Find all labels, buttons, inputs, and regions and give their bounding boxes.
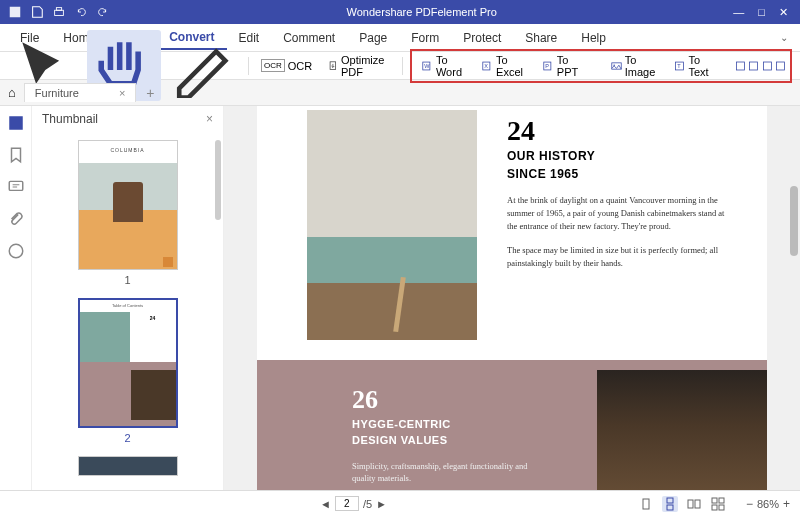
next-page-icon[interactable]: ► xyxy=(376,498,387,510)
svg-rect-19 xyxy=(9,181,23,190)
maximize-button[interactable]: □ xyxy=(758,6,765,19)
optimize-button[interactable]: Optimize PDF xyxy=(323,51,393,81)
to-rtf-icon[interactable] xyxy=(762,59,773,73)
svg-text:W: W xyxy=(424,63,430,69)
svg-rect-0 xyxy=(10,7,21,18)
thumbnail-3[interactable] xyxy=(52,456,203,476)
search-panel-icon[interactable] xyxy=(7,242,25,260)
section1-para1: At the brink of daylight on a quaint Van… xyxy=(507,194,727,232)
thumb1-number: 1 xyxy=(52,274,203,286)
zoom-out-button[interactable]: − xyxy=(746,497,753,511)
minimize-button[interactable]: — xyxy=(733,6,744,19)
thumbnail-panel-icon[interactable] xyxy=(7,114,25,132)
svg-rect-27 xyxy=(719,498,724,503)
zoom-in-button[interactable]: + xyxy=(783,497,790,511)
thumbnail-panel: Thumbnail × COLUMBIA 1 Table of Contents… xyxy=(32,106,224,490)
convert-group: W To Word X To Excel P To PPT To Image T… xyxy=(410,49,792,83)
collapse-ribbon-icon[interactable]: ⌄ xyxy=(780,32,792,43)
to-ppt-button[interactable]: P To PPT xyxy=(537,52,591,80)
svg-rect-29 xyxy=(719,505,724,510)
zoom-level: 86% xyxy=(757,498,779,510)
to-excel-label: To Excel xyxy=(496,54,529,78)
to-epub-icon[interactable] xyxy=(735,59,746,73)
optimize-label: Optimize PDF xyxy=(341,54,389,78)
document-tab-label: Furniture xyxy=(35,87,79,99)
bookmark-panel-icon[interactable] xyxy=(7,146,25,164)
menu-page[interactable]: Page xyxy=(347,27,399,49)
thumbnail-list: COLUMBIA 1 Table of Contents 24 2 xyxy=(32,132,223,490)
undo-icon[interactable] xyxy=(74,5,88,19)
to-html-icon[interactable] xyxy=(748,59,759,73)
thumb2-toc: Table of Contents xyxy=(80,300,176,312)
to-text-button[interactable]: T To Text xyxy=(668,52,721,80)
to-image-button[interactable]: To Image xyxy=(605,52,667,80)
two-page-view-icon[interactable] xyxy=(686,496,702,512)
svg-rect-14 xyxy=(737,62,745,70)
prev-page-icon[interactable]: ◄ xyxy=(320,498,331,510)
toolbar: OCR OCR Optimize PDF W To Word X To Exce… xyxy=(0,52,800,80)
svg-rect-28 xyxy=(712,505,717,510)
svg-rect-24 xyxy=(688,500,693,508)
to-ppt-label: To PPT xyxy=(557,54,585,78)
svg-rect-17 xyxy=(776,62,784,70)
tabbar: ⌂ Furniture × + xyxy=(0,80,800,106)
menu-form[interactable]: Form xyxy=(399,27,451,49)
document-scrollbar[interactable] xyxy=(790,186,798,256)
tab-close-icon[interactable]: × xyxy=(119,87,125,99)
save-icon[interactable] xyxy=(30,5,44,19)
to-pdfa-icon[interactable] xyxy=(775,59,786,73)
redo-icon[interactable] xyxy=(96,5,110,19)
to-excel-button[interactable]: X To Excel xyxy=(476,52,535,80)
tab-add-icon[interactable]: + xyxy=(146,85,154,101)
section1-para2: The space may be limited in size but it … xyxy=(507,244,727,270)
menu-comment[interactable]: Comment xyxy=(271,27,347,49)
close-button[interactable]: ✕ xyxy=(779,6,788,19)
to-word-button[interactable]: W To Word xyxy=(416,52,474,80)
thumbnail-panel-close-icon[interactable]: × xyxy=(206,112,213,126)
svg-point-20 xyxy=(9,244,23,258)
home-tab-icon[interactable]: ⌂ xyxy=(8,85,16,100)
svg-rect-26 xyxy=(712,498,717,503)
menu-help[interactable]: Help xyxy=(569,27,618,49)
svg-rect-16 xyxy=(763,62,771,70)
svg-rect-23 xyxy=(667,505,673,510)
print-icon[interactable] xyxy=(52,5,66,19)
section1-number: 24 xyxy=(507,115,727,147)
ocr-icon: OCR xyxy=(261,59,285,72)
document-view[interactable]: 24 OUR HISTORY SINCE 1965 At the brink o… xyxy=(224,106,800,490)
titlebar: Wondershare PDFelement Pro — □ ✕ xyxy=(0,0,800,24)
ocr-button[interactable]: OCR OCR xyxy=(256,56,317,75)
single-page-view-icon[interactable] xyxy=(638,496,654,512)
thumb2-number: 2 xyxy=(52,432,203,444)
app-logo-icon xyxy=(8,5,22,19)
two-page-continuous-icon[interactable] xyxy=(710,496,726,512)
app-title: Wondershare PDFelement Pro xyxy=(110,6,733,18)
menu-share[interactable]: Share xyxy=(513,27,569,49)
svg-rect-18 xyxy=(9,116,23,130)
thumbnail-1[interactable]: COLUMBIA 1 xyxy=(52,140,203,286)
to-word-label: To Word xyxy=(436,54,468,78)
page-number-input[interactable] xyxy=(335,496,359,511)
svg-rect-22 xyxy=(667,498,673,503)
continuous-view-icon[interactable] xyxy=(662,496,678,512)
document-tab[interactable]: Furniture × xyxy=(24,83,136,102)
text-icon: T xyxy=(674,59,685,73)
to-image-label: To Image xyxy=(625,54,661,78)
optimize-icon xyxy=(328,59,338,73)
ppt-icon: P xyxy=(543,59,554,73)
thumb1-brand: COLUMBIA xyxy=(79,141,177,163)
image-icon xyxy=(611,59,622,73)
thumbnail-scrollbar[interactable] xyxy=(215,140,221,220)
edit-tool[interactable] xyxy=(165,30,240,101)
attachment-panel-icon[interactable] xyxy=(7,210,25,228)
thumbnail-panel-title: Thumbnail xyxy=(42,112,98,126)
lamp-image xyxy=(597,370,767,490)
menu-protect[interactable]: Protect xyxy=(451,27,513,49)
svg-rect-1 xyxy=(55,10,64,15)
ocr-label: OCR xyxy=(288,60,312,72)
word-icon: W xyxy=(422,59,433,73)
thumbnail-2[interactable]: Table of Contents 24 2 xyxy=(52,298,203,444)
svg-text:P: P xyxy=(545,63,549,69)
svg-text:X: X xyxy=(484,63,488,69)
comment-panel-icon[interactable] xyxy=(7,178,25,196)
